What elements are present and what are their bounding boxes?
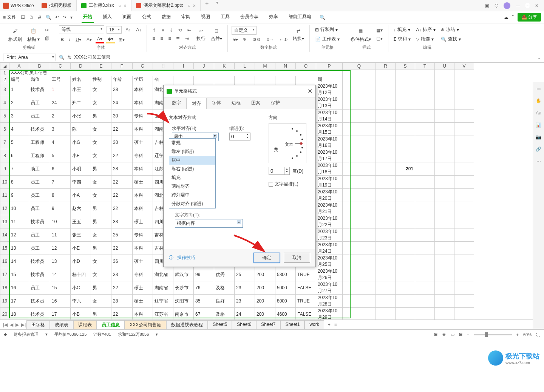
cell[interactable]: [376, 281, 396, 295]
cell[interactable]: 小B: [71, 308, 91, 320]
collapse-ribbon-icon[interactable]: ˆ: [512, 15, 514, 20]
cell[interactable]: 男: [91, 202, 111, 215]
cell[interactable]: [415, 96, 435, 110]
cell[interactable]: [343, 149, 376, 162]
status-mode-icon[interactable]: ◆: [4, 332, 7, 337]
cell[interactable]: [343, 69, 376, 76]
cell[interactable]: [396, 242, 415, 255]
sheet-tab[interactable]: Sheet7: [256, 320, 280, 329]
cell[interactable]: 2023年10月25日: [316, 255, 343, 268]
cell[interactable]: 1: [50, 83, 71, 96]
camera-icon[interactable]: 📷: [535, 134, 542, 140]
row-header[interactable]: 5: [0, 110, 9, 123]
cell[interactable]: 男: [91, 110, 111, 123]
print-icon[interactable]: 🖨: [37, 15, 42, 20]
cell[interactable]: 专科: [133, 228, 153, 242]
cell[interactable]: [343, 228, 376, 242]
cell[interactable]: 1: [9, 83, 29, 96]
cell[interactable]: 24: [50, 96, 71, 110]
align-left-button[interactable]: ≡: [151, 35, 156, 42]
sheet-tab[interactable]: 员工信息: [97, 320, 125, 329]
cell[interactable]: [376, 202, 396, 215]
cell[interactable]: 2023年10月14日: [316, 110, 343, 123]
cell[interactable]: [376, 295, 396, 308]
cell[interactable]: [343, 123, 376, 136]
spin-down-icon[interactable]: ▼: [284, 170, 289, 173]
cell[interactable]: 30: [111, 110, 133, 123]
cell[interactable]: 4: [50, 136, 71, 149]
view-normal-icon[interactable]: ⊞: [434, 332, 437, 337]
h-align-option[interactable]: 两端对齐: [169, 182, 215, 191]
print-preview-icon[interactable]: 🔍: [46, 15, 51, 20]
cell[interactable]: 2023年10月28日: [316, 295, 343, 308]
cell[interactable]: 李四: [71, 176, 91, 189]
cell[interactable]: [376, 176, 396, 189]
cell[interactable]: 23: [235, 281, 255, 295]
sheet-prev-icon[interactable]: ◀: [10, 322, 13, 327]
cell[interactable]: [454, 69, 474, 76]
row-header[interactable]: 3: [0, 83, 9, 96]
align-center-button[interactable]: ≡: [159, 35, 164, 42]
cell[interactable]: 及格: [214, 308, 235, 320]
cell[interactable]: 本科: [133, 308, 153, 320]
cell[interactable]: 9: [50, 202, 71, 215]
undo-icon[interactable]: ↶: [55, 15, 59, 20]
cell[interactable]: [343, 96, 376, 110]
cell[interactable]: [376, 255, 396, 268]
cell[interactable]: [343, 295, 376, 308]
orientation-button[interactable]: ⟲: [177, 27, 184, 34]
cell[interactable]: [415, 162, 435, 176]
cell[interactable]: [343, 189, 376, 202]
sheet-tab[interactable]: 田字格: [26, 320, 50, 329]
cell[interactable]: 及格: [214, 281, 235, 295]
cell[interactable]: [343, 202, 376, 215]
cell[interactable]: [376, 308, 396, 320]
fx-label[interactable]: fx: [68, 55, 71, 60]
row-header[interactable]: 8: [0, 149, 9, 162]
panel-icon[interactable]: ▣: [485, 3, 489, 8]
sheet-tab[interactable]: Sheet5: [208, 320, 232, 329]
cell[interactable]: [343, 83, 376, 96]
cell[interactable]: 200: [255, 308, 275, 320]
cell[interactable]: 本科: [133, 96, 153, 110]
more-icon[interactable]: ⋯: [535, 158, 542, 165]
cancel-button[interactable]: 取消: [284, 253, 310, 263]
cell[interactable]: [396, 176, 415, 189]
cell[interactable]: 硕士: [133, 281, 153, 295]
cell[interactable]: 13: [50, 255, 71, 268]
dialog-close-button[interactable]: ✕: [308, 88, 312, 95]
header-cell[interactable]: [275, 76, 296, 83]
cell[interactable]: 女: [91, 176, 111, 189]
cell[interactable]: [376, 268, 396, 281]
cell[interactable]: 10: [50, 215, 71, 228]
cell[interactable]: 12: [50, 242, 71, 255]
cell[interactable]: 本科: [133, 242, 153, 255]
cell[interactable]: 99: [194, 268, 214, 281]
cell[interactable]: 22: [111, 202, 133, 215]
cell[interactable]: [415, 281, 435, 295]
cell[interactable]: 员工: [29, 96, 50, 110]
cell[interactable]: 23: [235, 295, 255, 308]
row-col-button[interactable]: ⊞行和列▾: [314, 26, 341, 34]
cell[interactable]: 2023年10月21日: [316, 202, 343, 215]
cell[interactable]: 长沙市: [173, 281, 194, 295]
cloud-icon[interactable]: ☁: [504, 15, 508, 20]
decrease-indent-button[interactable]: ⇤: [186, 27, 193, 34]
cell[interactable]: 技术员: [29, 308, 50, 320]
cell[interactable]: 16: [50, 295, 71, 308]
cell[interactable]: [415, 110, 435, 123]
cell[interactable]: 王五: [71, 215, 91, 228]
col-header[interactable]: K: [214, 63, 235, 69]
cell[interactable]: [435, 281, 454, 295]
cell[interactable]: [454, 162, 474, 176]
header-cell[interactable]: 岗位: [29, 76, 50, 83]
format-painter-button[interactable]: 🖌 格式刷: [7, 26, 23, 43]
cell[interactable]: 2023年10月12日: [316, 83, 343, 96]
row-header[interactable]: 17: [0, 268, 9, 281]
cell[interactable]: 5: [50, 149, 71, 162]
zoom-out-icon[interactable]: −: [467, 332, 469, 337]
sheet-tab[interactable]: Sheet1: [280, 320, 304, 329]
cell[interactable]: 28: [111, 295, 133, 308]
cell[interactable]: [343, 162, 376, 176]
cell[interactable]: [343, 308, 376, 320]
